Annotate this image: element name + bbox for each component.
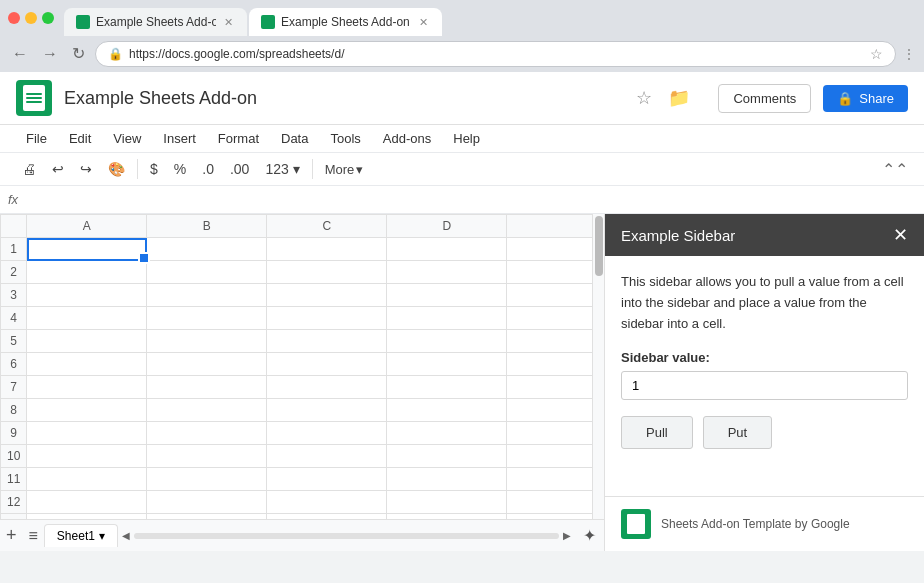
cell-D9[interactable] — [387, 422, 507, 445]
cell-C6[interactable] — [267, 353, 387, 376]
cell-E2[interactable] — [507, 261, 592, 284]
cell-A12[interactable] — [27, 491, 147, 514]
cell-B3[interactable] — [147, 284, 267, 307]
cell-E10[interactable] — [507, 445, 592, 468]
scrollbar-thumb[interactable] — [595, 216, 603, 276]
cell-B5[interactable] — [147, 330, 267, 353]
share-button[interactable]: 🔒 Share — [823, 85, 908, 112]
h-scroll-next[interactable]: ▶ — [563, 530, 571, 541]
cell-A11[interactable] — [27, 468, 147, 491]
cell-A1[interactable] — [27, 238, 147, 261]
cell-A2[interactable] — [27, 261, 147, 284]
cell-B8[interactable] — [147, 399, 267, 422]
cell-C7[interactable] — [267, 376, 387, 399]
cell-D7[interactable] — [387, 376, 507, 399]
pull-button[interactable]: Pull — [621, 416, 693, 449]
currency-button[interactable]: $ — [144, 157, 164, 181]
cell-A10[interactable] — [27, 445, 147, 468]
more-button[interactable]: More ▾ — [319, 158, 370, 181]
add-sheet-button[interactable]: + — [0, 525, 23, 546]
col-header-E[interactable] — [507, 215, 592, 238]
cell-D10[interactable] — [387, 445, 507, 468]
cell-D12[interactable] — [387, 491, 507, 514]
cell-A7[interactable] — [27, 376, 147, 399]
cell-E12[interactable] — [507, 491, 592, 514]
explore-button[interactable]: ✦ — [575, 526, 604, 545]
address-bar[interactable]: 🔒 https://docs.google.com/spreadsheets/d… — [95, 41, 896, 67]
cell-B2[interactable] — [147, 261, 267, 284]
cell-C8[interactable] — [267, 399, 387, 422]
cell-D1[interactable] — [387, 238, 507, 261]
cell-A8[interactable] — [27, 399, 147, 422]
menu-edit[interactable]: Edit — [59, 127, 101, 150]
percent-button[interactable]: % — [168, 157, 192, 181]
cell-E8[interactable] — [507, 399, 592, 422]
cell-C2[interactable] — [267, 261, 387, 284]
cell-A9[interactable] — [27, 422, 147, 445]
dec-minus-button[interactable]: .0 — [196, 157, 220, 181]
dec-plus-button[interactable]: .00 — [224, 157, 255, 181]
extensions-icon[interactable]: ⋮ — [902, 46, 916, 62]
cell-E11[interactable] — [507, 468, 592, 491]
menu-tools[interactable]: Tools — [320, 127, 370, 150]
cell-B9[interactable] — [147, 422, 267, 445]
cell-E1[interactable] — [507, 238, 592, 261]
formula-input[interactable] — [26, 190, 916, 209]
menu-help[interactable]: Help — [443, 127, 490, 150]
cell-B12[interactable] — [147, 491, 267, 514]
cell-D11[interactable] — [387, 468, 507, 491]
menu-format[interactable]: Format — [208, 127, 269, 150]
cell-C12[interactable] — [267, 491, 387, 514]
menu-view[interactable]: View — [103, 127, 151, 150]
maximize-button[interactable] — [42, 12, 54, 24]
print-button[interactable]: 🖨 — [16, 157, 42, 181]
cell-B7[interactable] — [147, 376, 267, 399]
menu-insert[interactable]: Insert — [153, 127, 206, 150]
cell-A4[interactable] — [27, 307, 147, 330]
cell-C1[interactable] — [267, 238, 387, 261]
cell-E9[interactable] — [507, 422, 592, 445]
sheet-tab-arrow[interactable]: ▾ — [99, 529, 105, 543]
cell-C5[interactable] — [267, 330, 387, 353]
collapse-toolbar-button[interactable]: ⌃⌃ — [882, 160, 908, 179]
menu-file[interactable]: File — [16, 127, 57, 150]
cell-E3[interactable] — [507, 284, 592, 307]
paint-format-button[interactable]: 🎨 — [102, 157, 131, 181]
format-button[interactable]: 123 ▾ — [259, 157, 305, 181]
cell-C3[interactable] — [267, 284, 387, 307]
cell-E4[interactable] — [507, 307, 592, 330]
cell-E5[interactable] — [507, 330, 592, 353]
refresh-button[interactable]: ↻ — [68, 44, 89, 64]
cell-A6[interactable] — [27, 353, 147, 376]
vertical-scrollbar[interactable] — [592, 214, 604, 519]
cell-D5[interactable] — [387, 330, 507, 353]
cell-D3[interactable] — [387, 284, 507, 307]
col-header-B[interactable]: B — [147, 215, 267, 238]
cell-B11[interactable] — [147, 468, 267, 491]
h-scroll-track[interactable] — [134, 533, 559, 539]
cell-B4[interactable] — [147, 307, 267, 330]
cell-D4[interactable] — [387, 307, 507, 330]
tab-2-close[interactable]: ✕ — [417, 16, 430, 29]
forward-button[interactable]: → — [38, 44, 62, 64]
cell-C10[interactable] — [267, 445, 387, 468]
cell-E7[interactable] — [507, 376, 592, 399]
tab-1-close[interactable]: ✕ — [222, 16, 235, 29]
cell-A5[interactable] — [27, 330, 147, 353]
cell-B1[interactable] — [147, 238, 267, 261]
back-button[interactable]: ← — [8, 44, 32, 64]
cell-B10[interactable] — [147, 445, 267, 468]
minimize-button[interactable] — [25, 12, 37, 24]
cell-E6[interactable] — [507, 353, 592, 376]
cell-D8[interactable] — [387, 399, 507, 422]
close-button[interactable] — [8, 12, 20, 24]
menu-addons[interactable]: Add-ons — [373, 127, 441, 150]
cell-C4[interactable] — [267, 307, 387, 330]
cell-D6[interactable] — [387, 353, 507, 376]
cell-B6[interactable] — [147, 353, 267, 376]
sheet-tab-1[interactable]: Sheet1 ▾ — [44, 524, 118, 547]
tab-1[interactable]: Example Sheets Add-on ✕ — [64, 8, 247, 36]
tab-2[interactable]: Example Sheets Add-on - Goo... ✕ — [249, 8, 442, 36]
cell-C9[interactable] — [267, 422, 387, 445]
col-header-A[interactable]: A — [27, 215, 147, 238]
